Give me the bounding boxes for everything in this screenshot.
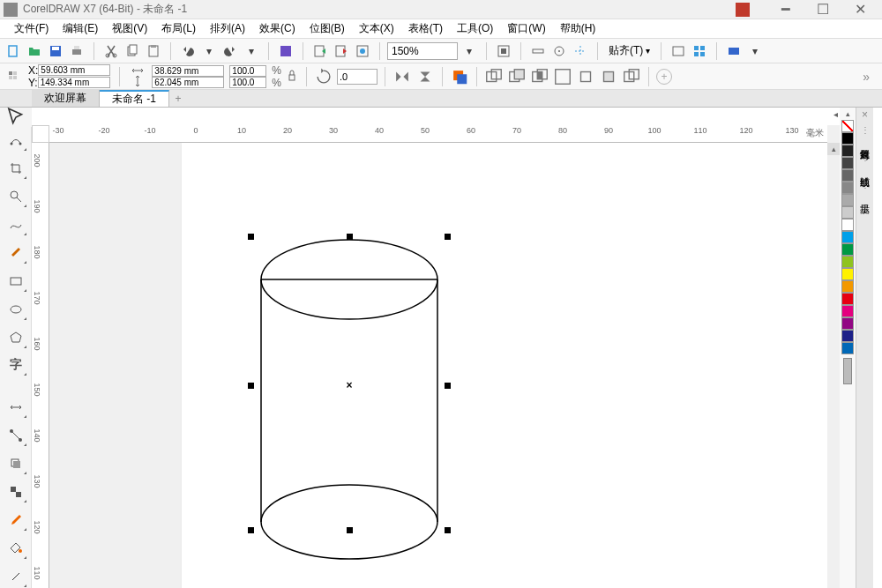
color-swatch[interactable] — [841, 169, 854, 182]
snap-dropdown[interactable]: 贴齐(T) — [605, 43, 654, 58]
swatch-none[interactable] — [841, 120, 854, 132]
color-swatch[interactable] — [841, 293, 854, 305]
rectangle-tool[interactable] — [4, 270, 27, 293]
dimension-tool[interactable] — [4, 396, 27, 419]
search-content-button[interactable] — [276, 41, 295, 61]
color-swatch[interactable] — [841, 194, 854, 206]
scroll-up[interactable]: ▴ — [827, 143, 840, 155]
open-button[interactable] — [25, 41, 44, 61]
export-button[interactable] — [332, 41, 351, 61]
sel-center[interactable]: × — [346, 379, 352, 391]
show-guides-button[interactable] — [571, 41, 590, 61]
menu-window[interactable]: 窗口(W) — [500, 21, 552, 36]
sel-handle-tr[interactable] — [445, 234, 451, 240]
color-swatch[interactable] — [841, 317, 854, 330]
color-swatch[interactable] — [841, 268, 854, 280]
color-swatch[interactable] — [841, 342, 854, 354]
color-swatch[interactable] — [841, 280, 854, 293]
zoom-tool[interactable] — [4, 185, 27, 208]
color-swatch[interactable] — [841, 206, 854, 219]
color-swatch[interactable] — [841, 256, 854, 268]
color-swatch[interactable] — [841, 219, 854, 231]
canvas[interactable]: × — [49, 143, 827, 588]
mirror-v-button[interactable] — [415, 67, 435, 86]
redo-drop[interactable]: ▾ — [242, 41, 261, 61]
sel-handle-tc[interactable] — [347, 234, 353, 240]
menu-view[interactable]: 视图(V) — [105, 21, 154, 36]
y-input[interactable] — [38, 77, 110, 88]
tab-document[interactable]: 未命名 -1 — [100, 90, 169, 107]
zoom-select[interactable] — [387, 42, 458, 60]
collapse-docker[interactable]: ◂ — [833, 109, 838, 119]
eyedropper-tool[interactable] — [4, 509, 27, 532]
color-swatch[interactable] — [841, 145, 854, 157]
sel-handle-tl[interactable] — [248, 234, 254, 240]
add-preset-button[interactable]: + — [656, 69, 672, 85]
sel-handle-mr[interactable] — [445, 383, 451, 389]
sel-handle-br[interactable] — [445, 527, 451, 533]
simplify-button[interactable] — [553, 67, 572, 86]
connector-tool[interactable] — [4, 424, 27, 447]
menu-text[interactable]: 文本(X) — [352, 21, 401, 36]
tab-welcome[interactable]: 欢迎屏幕 — [32, 90, 100, 107]
menu-table[interactable]: 表格(T) — [401, 21, 450, 36]
color-swatch[interactable] — [841, 243, 854, 256]
show-rulers-button[interactable] — [528, 41, 548, 61]
intersect-button[interactable] — [530, 67, 549, 86]
back-minus-front-button[interactable] — [599, 67, 618, 86]
trim-button[interactable] — [507, 67, 527, 86]
print-button[interactable] — [67, 41, 86, 61]
front-minus-back-button[interactable] — [576, 67, 595, 86]
docker-guidelines[interactable]: 辅助线 — [856, 162, 873, 176]
menu-edit[interactable]: 编辑(E) — [56, 21, 105, 36]
launch-drop[interactable]: ▾ — [745, 41, 765, 61]
maximize-button[interactable]: ☐ — [810, 2, 836, 18]
color-swatch[interactable] — [841, 330, 854, 342]
boundary-button[interactable] — [622, 67, 641, 86]
shape-tool[interactable] — [4, 129, 27, 152]
ellipse-tool[interactable] — [4, 298, 27, 321]
fullscreen-button[interactable] — [494, 41, 513, 61]
transparency-tool[interactable] — [4, 480, 27, 503]
docker-grip[interactable]: ⋮ — [861, 125, 870, 135]
color-swatch[interactable] — [841, 157, 854, 169]
menu-file[interactable]: 文件(F) — [7, 21, 56, 36]
menu-help[interactable]: 帮助(H) — [553, 21, 603, 36]
cylinder-shape[interactable] — [243, 231, 455, 566]
save-button[interactable] — [46, 41, 65, 61]
color-swatch[interactable] — [841, 231, 854, 243]
menu-layout[interactable]: 布局(L) — [154, 21, 203, 36]
sel-handle-bc[interactable] — [347, 527, 353, 533]
app-launcher-button[interactable] — [690, 41, 709, 61]
angle-input[interactable] — [337, 69, 377, 85]
ruler-origin[interactable] — [32, 125, 49, 143]
undo-drop[interactable]: ▾ — [199, 41, 219, 61]
height-input[interactable] — [152, 77, 224, 88]
mirror-h-button[interactable] — [392, 67, 412, 86]
menu-tools[interactable]: 工具(O) — [450, 21, 500, 36]
close-button[interactable]: ✕ — [847, 2, 873, 18]
docker-close[interactable]: × — [862, 108, 868, 122]
fill-tool[interactable] — [4, 537, 27, 560]
scale-y-input[interactable] — [229, 77, 266, 88]
x-input[interactable] — [38, 64, 110, 76]
import-button[interactable] — [310, 41, 330, 61]
sel-handle-ml[interactable] — [248, 383, 254, 389]
crop-tool[interactable] — [4, 157, 27, 180]
vertical-ruler[interactable]: 200190180170160150140130120110 — [32, 143, 49, 588]
interactive-fill-tool[interactable] — [4, 565, 27, 588]
palette-up[interactable]: ▴ — [846, 109, 850, 120]
show-grid-button[interactable] — [549, 41, 569, 61]
scale-x-input[interactable] — [229, 65, 266, 77]
add-tab-button[interactable]: + — [169, 90, 187, 107]
polygon-tool[interactable] — [4, 326, 27, 349]
sel-handle-bl[interactable] — [248, 527, 254, 533]
docker-object-properties[interactable]: 对象属性 — [856, 135, 873, 149]
paste-button[interactable] — [144, 41, 163, 61]
menu-arrange[interactable]: 排列(A) — [203, 21, 252, 36]
horizontal-ruler[interactable]: 毫米 -30-20-100102030405060708090100110120… — [49, 125, 827, 143]
freehand-tool[interactable] — [4, 213, 27, 236]
color-swatch[interactable] — [841, 132, 854, 145]
undo-button[interactable] — [178, 41, 198, 61]
vertical-scrollbar[interactable]: ▴ — [827, 143, 840, 588]
